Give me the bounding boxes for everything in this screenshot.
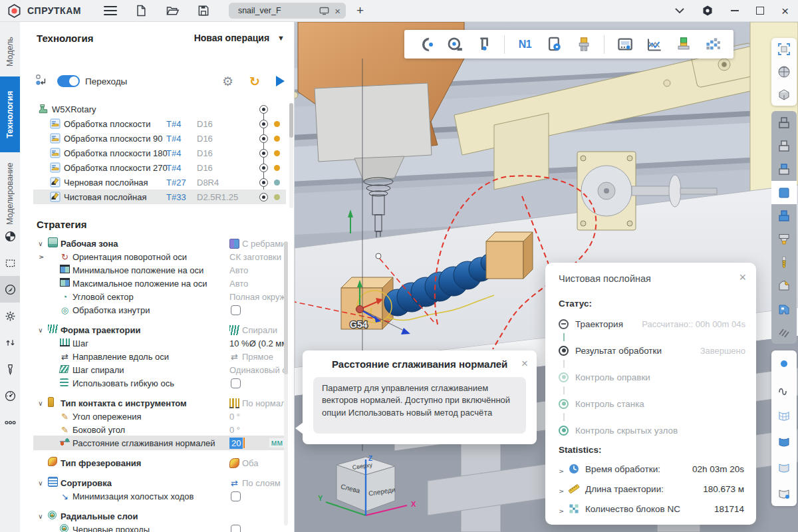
statistics-row[interactable]: ∨Длина траектории:180.673 м [556,482,744,495]
tree-chevron-icon[interactable]: ∨ [37,252,45,261]
sidebar-tab-1[interactable]: Модель [0,27,20,76]
view-tool-surface-light[interactable] [771,454,797,480]
visibility-radio[interactable] [259,178,268,187]
strategy-value[interactable]: 0 ° [229,425,285,435]
expand-chevron-icon[interactable]: ∨ [557,484,565,493]
tree-chevron-icon[interactable]: ∨ [36,513,45,520]
document-tab[interactable]: snail_ver_F × [229,3,346,19]
tree-chevron-icon[interactable]: ∨ [36,400,45,407]
strategy-scrollbar[interactable] [284,241,288,525]
new-file-button[interactable] [134,4,148,17]
toolbar-tool-assembly[interactable] [575,35,593,53]
strategy-value[interactable]: По нормали [229,398,285,408]
expand-chevron-icon[interactable]: ∨ [557,464,565,473]
left-tool-marquee-select[interactable] [0,249,20,276]
view-tool-machine-blue[interactable] [771,297,797,321]
visibility-radio[interactable] [259,149,268,158]
statistics-row[interactable]: ∨Количество блоков NC181714 [556,502,744,515]
view-tool-surface-blue[interactable] [771,428,797,454]
strategy-checkbox[interactable] [231,305,241,315]
expand-chevron-icon[interactable]: ∨ [557,504,565,513]
left-tool-mill-tool[interactable] [0,356,20,382]
tooltip-close-icon[interactable]: × [521,357,528,370]
strategy-value[interactable]: ⇄По слоям [229,478,285,488]
tab-close-icon[interactable]: × [334,5,340,17]
operation-row[interactable]: Обработка плоскости 270T#4D16 [20,160,289,175]
strategy-value[interactable]: Оба [229,458,285,468]
strategy-checkbox[interactable] [231,491,241,501]
strategy-row[interactable]: Черновые проходы [20,523,289,532]
tree-chevron-icon[interactable]: ∨ [36,479,45,487]
main-menu-button[interactable] [104,3,117,18]
operation-row[interactable]: Обработка плоскости 90T#4D16 [20,131,289,146]
minimize-button[interactable] [731,10,739,11]
strategy-value[interactable]: Одинаковый с шагом [229,365,285,375]
operation-row[interactable]: W5XRotary [20,102,289,116]
strategy-row[interactable]: ∨↻Ориентация поворотной осиСК заготовки … [20,250,289,263]
strategy-row[interactable]: Тип фрезерованияОба [20,456,289,469]
dropdown-caret-icon[interactable]: ▼ [277,34,285,42]
strategy-row[interactable]: ◔Угловой секторПолная окружность [20,290,289,303]
operation-row[interactable]: Чистовая послойнаяT#33D2.5R1.25 [20,190,289,204]
strategy-value[interactable]: 10 %Ø (0.2 мм) [229,338,285,348]
left-tool-more-dots[interactable] [0,409,20,436]
view-tool-fit-view[interactable] [771,38,797,61]
view-tool-stock-top-blue[interactable] [771,158,797,181]
open-file-button[interactable] [165,4,180,17]
strategy-value[interactable]: Спирали [229,325,285,335]
strategy-value[interactable]: Полная окружность [229,292,285,302]
strategy-row[interactable]: Шаг спиралиОдинаковый с шагом [20,363,289,376]
toolbar-control-panel[interactable] [616,35,634,53]
strategy-row[interactable]: ◎Обработка изнутри [20,303,289,317]
toolbar-caliper[interactable] [475,35,493,53]
new-operation-dropdown[interactable]: Новая операция [194,33,269,43]
view-tool-tool-drill[interactable] [771,251,797,274]
strategy-value[interactable]: С ребрами [229,239,285,249]
left-tool-contrast-circle[interactable] [0,223,20,249]
new-tab-button[interactable]: + [356,3,364,18]
strategy-row[interactable]: ∨Рабочая зонаС ребрами [20,237,289,250]
operation-row[interactable]: Черновая послойнаяT#27D8R4 [20,175,289,190]
strategy-row[interactable]: ∨Сортировка⇄По слоям [20,476,289,489]
sidebar-tab-2[interactable]: Технология [0,76,20,152]
settings-nut-icon[interactable] [702,5,714,17]
view-tool-curve[interactable] [771,376,797,402]
view-tool-surface-dot[interactable] [771,480,797,506]
view-tool-blue-dot[interactable] [771,350,797,376]
strategy-row[interactable]: ✎Боковой угол0 ° [20,423,289,436]
strategy-row[interactable]: ∨Радиальные слои [20,509,289,523]
statistics-row[interactable]: ∨Время обработки:02h 03m 20s [556,462,744,475]
view-tool-shaded-sphere[interactable] [771,61,797,83]
strategy-value[interactable]: 0 ° [229,412,285,422]
tree-chevron-icon[interactable]: ∨ [36,240,45,247]
toolbar-magnet-snap[interactable] [416,35,434,53]
view-tool-stock-blue-square[interactable] [771,181,797,204]
strategy-value[interactable]: Авто [229,279,285,289]
strategy-row[interactable]: Минимальное положение на осиАвто [20,263,289,277]
strategy-row[interactable]: ↘Минимизация холостых ходов [20,489,289,503]
left-tool-gear[interactable] [0,303,20,329]
save-file-button[interactable] [197,4,210,17]
recalculate-icon[interactable]: ↻ [249,75,260,88]
maximize-button[interactable] [756,7,764,15]
operation-row[interactable]: Обработка плоскостиT#4D16 [20,116,289,131]
parameter-input[interactable]: 20 [229,438,243,449]
operation-row[interactable]: Обработка плоскости 180T#4D16 [20,146,289,160]
view-tool-wire-box[interactable] [771,83,797,106]
toolbar-tool-holder[interactable] [674,35,692,53]
strategy-row[interactable]: Максимальное положение на осиАвто [20,277,289,290]
view-tool-stock-solid[interactable] [771,134,797,158]
toolbar-postprocessor[interactable] [545,35,563,53]
close-button[interactable]: × [781,5,789,17]
strategy-row[interactable]: ⇄Направление вдоль оси⇄Прямое [20,350,289,363]
visibility-radio[interactable] [259,105,268,114]
strategy-row[interactable]: Шаг10 %Ø (0.2 мм) [20,336,289,350]
run-simulation-button[interactable] [276,76,285,86]
view-tool-stock-outline[interactable] [771,111,797,134]
strategy-value[interactable]: ⇄Прямое [229,352,285,362]
strategy-row[interactable]: ∨Тип контакта с инструментомПо нормали [20,396,289,410]
strategy-checkbox[interactable] [231,378,241,388]
visibility-radio[interactable] [259,120,268,128]
toolbar-toolpath-graph[interactable] [645,35,663,53]
status-popup-close-icon[interactable]: × [739,271,746,285]
